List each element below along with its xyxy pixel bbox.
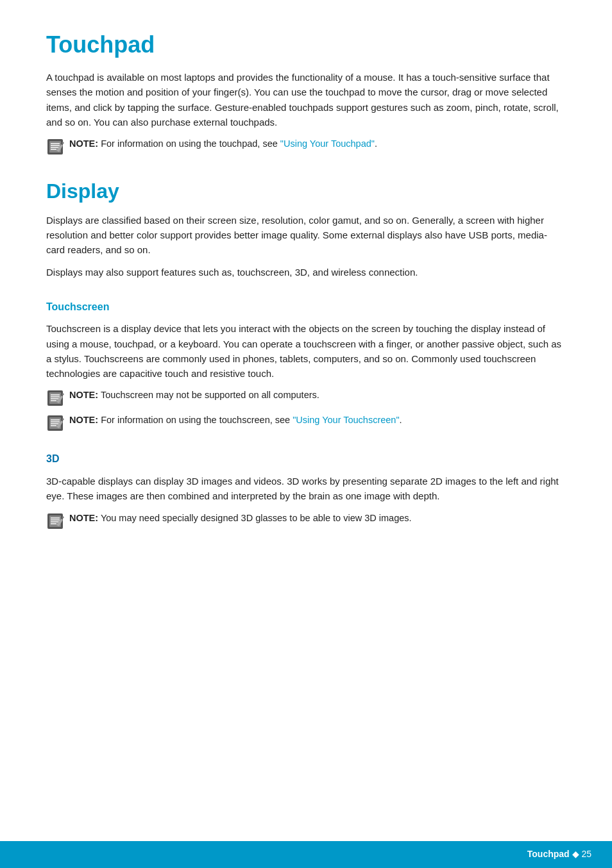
threed-body1: 3D-capable displays can display 3D image… xyxy=(46,474,566,504)
footer-text: Touchpad ◆ 25 xyxy=(527,847,591,862)
touchscreen-note1-text: NOTE: Touchscreen may not be supported o… xyxy=(69,388,319,403)
footer-diamond: ◆ xyxy=(572,849,579,859)
display-body1: Displays are classified based on their s… xyxy=(46,213,566,258)
note-icon-touchscreen1 xyxy=(46,389,64,407)
threed-note-text: NOTE: You may need specially designed 3D… xyxy=(69,512,412,526)
touchpad-note-link[interactable]: "Using Your Touchpad" xyxy=(280,138,375,149)
touchscreen-note1: NOTE: Touchscreen may not be supported o… xyxy=(46,388,566,407)
touchpad-heading: Touchpad xyxy=(46,31,566,58)
footer-page: 25 xyxy=(581,849,591,859)
threed-heading: 3D xyxy=(46,451,566,467)
touchscreen-note2: NOTE: For information on using the touch… xyxy=(46,413,566,432)
display-heading: Display xyxy=(46,179,566,203)
touchpad-note-text: NOTE: For information on using the touch… xyxy=(69,137,377,151)
display-body2: Displays may also support features such … xyxy=(46,265,566,280)
note-icon-touchscreen2 xyxy=(46,414,64,432)
touchscreen-body1: Touchscreen is a display device that let… xyxy=(46,321,566,381)
page-content: Touchpad A touchpad is available on most… xyxy=(0,0,612,588)
touchscreen-heading: Touchscreen xyxy=(46,299,566,315)
note-icon-touchpad xyxy=(46,138,64,156)
touchscreen-note2-text: NOTE: For information on using the touch… xyxy=(69,413,402,428)
threed-note: NOTE: You may need specially designed 3D… xyxy=(46,512,566,530)
touchscreen-note2-link[interactable]: "Using Your Touchscreen" xyxy=(293,415,399,425)
footer-bar: Touchpad ◆ 25 xyxy=(0,841,612,868)
touchpad-note: NOTE: For information on using the touch… xyxy=(46,137,566,156)
touchpad-body1: A touchpad is available on most laptops … xyxy=(46,70,566,129)
footer-label: Touchpad xyxy=(527,849,570,859)
note-icon-threed xyxy=(46,512,64,530)
